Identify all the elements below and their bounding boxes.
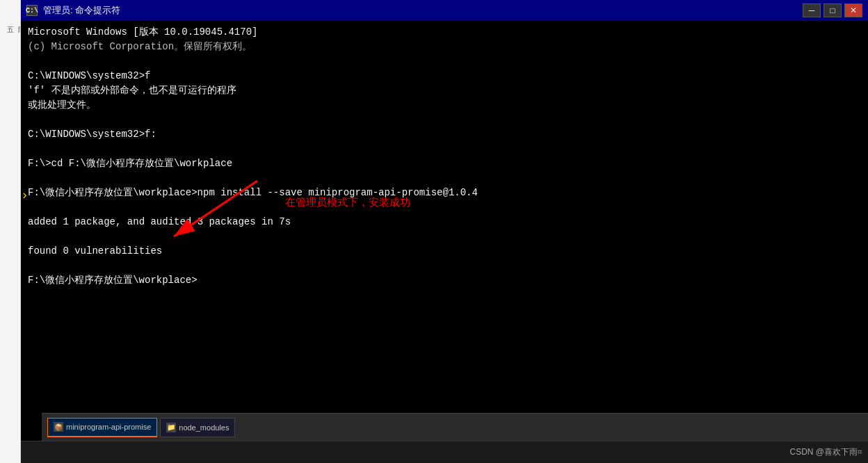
- terminal-line-17: F:\微信小程序存放位置\workplace>: [28, 273, 861, 288]
- yellow-marker: ›: [21, 186, 29, 205]
- terminal-line-0: Microsoft Windows [版本 10.0.19045.4170]: [28, 25, 861, 40]
- thumbnail-item-0[interactable]: 📦 miniprogram-api-promise: [47, 418, 157, 437]
- thumbnail-label-0: miniprogram-api-promise: [66, 423, 151, 431]
- bottom-bar: CSDN @喜欢下雨⌗: [21, 441, 868, 463]
- thumb-icon-0: 📦: [54, 422, 63, 432]
- terminal-line-9: F:\>cd F:\微信小程序存放位置\workplace: [28, 156, 861, 171]
- terminal-line-5: 或批处理文件。: [28, 98, 861, 113]
- cmd-window: C:\ 管理员: 命令提示符 ─ □ ✕ Microsoft Windows […: [21, 0, 868, 463]
- minimize-button[interactable]: ─: [803, 3, 821, 17]
- thumbnail-strip: 📦 miniprogram-api-promise 📁 node_modules: [42, 413, 868, 441]
- sidebar-text: 斯叔随地随程地W藏新随随gi随五: [0, 0, 21, 27]
- thumbnail-item-1[interactable]: 📁 node_modules: [160, 418, 235, 437]
- terminal-line-8: [28, 142, 861, 156]
- window-controls: ─ □ ✕: [803, 3, 862, 17]
- svg-line-1: [174, 181, 257, 236]
- red-arrow-annotation: [132, 174, 285, 257]
- title-bar-left: C:\ 管理员: 命令提示符: [26, 4, 120, 17]
- close-button[interactable]: ✕: [844, 3, 862, 17]
- maximize-button[interactable]: □: [823, 3, 842, 17]
- terminal-line-3: C:\WINDOWS\system32>f: [28, 69, 861, 83]
- cmd-icon: C:\: [26, 5, 38, 16]
- terminal-line-4: 'f' 不是内部或外部命令，也不是可运行的程序: [28, 83, 861, 98]
- title-bar: C:\ 管理员: 命令提示符 ─ □ ✕: [21, 0, 868, 21]
- bottom-bar-text: CSDN @喜欢下雨⌗: [789, 446, 862, 458]
- terminal-content[interactable]: Microsoft Windows [版本 10.0.19045.4170](c…: [21, 21, 868, 463]
- terminal-line-7: C:\WINDOWS\system32>f:: [28, 127, 861, 142]
- thumb-icon-1: 📁: [166, 423, 176, 432]
- thumbnail-label-1: node_modules: [179, 423, 229, 432]
- cmd-icon-label: C:\: [26, 7, 38, 15]
- sidebar: 斯叔随地随程地W藏新随随gi随五: [0, 0, 21, 463]
- terminal-line-2: [28, 54, 861, 69]
- window-title: 管理员: 命令提示符: [43, 4, 120, 17]
- terminal-line-6: [28, 113, 861, 127]
- terminal-line-1: (c) Microsoft Corporation。保留所有权利。: [28, 40, 861, 54]
- annotation-text: 在管理员模式下，安装成功: [285, 195, 410, 211]
- terminal-line-16: [28, 259, 861, 273]
